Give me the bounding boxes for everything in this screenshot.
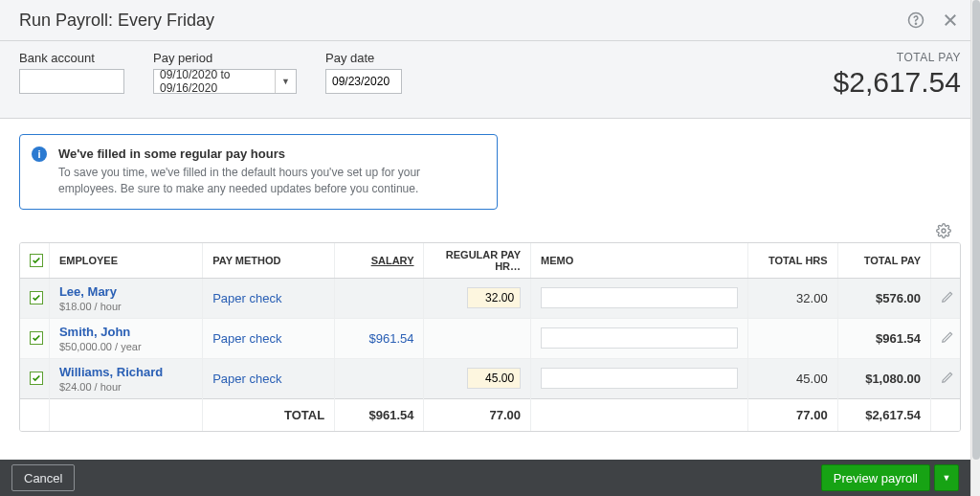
preview-payroll-split-button[interactable]: ▼ <box>934 464 959 491</box>
cancel-button[interactable]: Cancel <box>11 464 75 491</box>
employee-rate: $50,000.00 / year <box>59 341 192 352</box>
chevron-down-icon: ▼ <box>275 70 290 93</box>
svg-point-2 <box>942 229 946 233</box>
row-checkbox[interactable] <box>30 372 43 385</box>
totals-label: TOTAL <box>203 398 335 431</box>
table-row: Smith, John $50,000.00 / year Paper chec… <box>20 318 960 358</box>
info-title: We've filled in some regular pay hours <box>58 147 481 161</box>
scrollbar[interactable] <box>970 0 980 496</box>
pay-method-link[interactable]: Paper check <box>212 372 281 386</box>
pencil-icon[interactable] <box>941 332 954 347</box>
col-regular-hours[interactable]: REGULAR PAY HR… <box>424 243 531 279</box>
pay-date-input[interactable] <box>325 69 402 94</box>
employee-name[interactable]: Lee, Mary <box>59 284 192 299</box>
employee-name[interactable]: Williams, Richard <box>59 365 192 379</box>
page-title: Run Payroll: Every Friday <box>19 11 892 31</box>
pay-method-link[interactable]: Paper check <box>212 331 281 346</box>
col-total-hours[interactable]: TOTAL HRS <box>748 243 837 279</box>
row-checkbox[interactable] <box>30 331 43 345</box>
info-icon: i <box>32 147 47 162</box>
total-pay-value: $576.00 <box>876 291 921 305</box>
total-pay-label: TOTAL PAY <box>834 51 961 64</box>
scrollbar-thumb[interactable] <box>972 0 980 460</box>
totals-salary: $961.54 <box>345 408 413 422</box>
total-hours-value: 32.00 <box>758 291 827 305</box>
bank-account-input[interactable] <box>19 69 124 94</box>
employee-rate: $24.00 / hour <box>59 381 192 393</box>
pencil-icon[interactable] <box>941 292 954 306</box>
pencil-icon[interactable] <box>941 372 954 387</box>
total-pay-amount: $2,617.54 <box>834 66 961 99</box>
col-pay-method[interactable]: PAY METHOD <box>203 243 335 279</box>
memo-input[interactable] <box>541 368 738 389</box>
employee-rate: $18.00 / hour <box>59 301 192 312</box>
pay-period-label: Pay period <box>153 51 297 65</box>
total-pay-value: $961.54 <box>876 331 921 346</box>
action-bar: Cancel Preview payroll ▼ <box>0 460 970 496</box>
employee-name[interactable]: Smith, John <box>59 325 192 339</box>
regular-hours-input[interactable] <box>467 368 521 389</box>
totals-total-hours: 77.00 <box>758 408 827 422</box>
preview-payroll-button[interactable]: Preview payroll <box>821 464 930 491</box>
table-row: Lee, Mary $18.00 / hour Paper check 32.0… <box>20 278 960 318</box>
chevron-down-icon: ▼ <box>943 473 951 483</box>
info-banner: i We've filled in some regular pay hours… <box>19 134 498 210</box>
col-memo[interactable]: MEMO <box>531 243 748 279</box>
pay-date-label: Pay date <box>325 51 402 65</box>
svg-point-1 <box>915 23 916 24</box>
table-row: Williams, Richard $24.00 / hour Paper ch… <box>20 358 960 398</box>
total-pay-value: $1,080.00 <box>865 372 921 386</box>
info-body: To save you time, we've filled in the de… <box>58 165 481 197</box>
close-icon[interactable] <box>940 10 961 31</box>
memo-input[interactable] <box>541 287 738 308</box>
pay-period-value: 09/10/2020 to 09/16/2020 <box>160 68 275 95</box>
pay-method-link[interactable]: Paper check <box>212 291 281 305</box>
pay-period-select[interactable]: 09/10/2020 to 09/16/2020 ▼ <box>153 69 297 94</box>
payroll-table: EMPLOYEE PAY METHOD SALARY REGULAR PAY H… <box>19 242 961 433</box>
totals-total-pay: $2,617.54 <box>848 408 921 422</box>
totals-regular-hours: 77.00 <box>434 408 521 422</box>
regular-hours-input[interactable] <box>467 287 521 308</box>
gear-icon[interactable] <box>936 223 951 238</box>
col-total-pay[interactable]: TOTAL PAY <box>837 243 930 279</box>
memo-input[interactable] <box>541 327 738 349</box>
help-icon[interactable] <box>905 10 926 31</box>
total-hours-value: 45.00 <box>758 372 827 386</box>
select-all-checkbox[interactable] <box>30 254 43 267</box>
col-salary[interactable]: SALARY <box>335 243 424 279</box>
bank-account-label: Bank account <box>19 51 124 65</box>
row-checkbox[interactable] <box>30 291 43 304</box>
col-employee[interactable]: EMPLOYEE <box>49 243 202 279</box>
salary-value[interactable]: $961.54 <box>345 331 413 346</box>
